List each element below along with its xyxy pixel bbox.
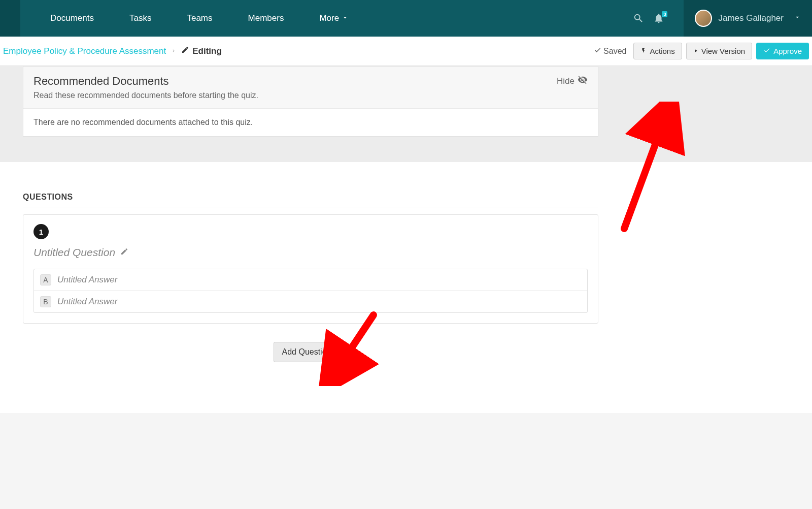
notifications-icon[interactable]: 3 — [653, 13, 664, 24]
recommended-panel-body: There are no recommended documents attac… — [23, 109, 598, 136]
chevron-down-icon — [794, 14, 801, 23]
nav-tasks[interactable]: Tasks — [112, 13, 169, 23]
check-icon — [763, 47, 770, 55]
answer-letter-badge: B — [40, 296, 51, 307]
topbar-right: 3 James Gallagher — [633, 0, 812, 37]
caret-down-icon — [334, 347, 339, 357]
view-version-button[interactable]: View Version — [686, 43, 752, 59]
question-card: 1 Untitled Question A Untitled Answer B … — [23, 214, 598, 324]
answer-row[interactable]: A Untitled Answer — [34, 269, 587, 291]
nav-items: Documents Tasks Teams Members More — [32, 13, 366, 23]
logo-block[interactable] — [0, 0, 20, 37]
answer-text: Untitled Answer — [57, 275, 117, 285]
subbar-actions: Saved Actions View Version Approve — [594, 43, 809, 59]
content-area: Recommended Documents Read these recomme… — [0, 66, 812, 413]
actions-label: Actions — [650, 47, 674, 55]
answer-row[interactable]: B Untitled Answer — [34, 291, 587, 312]
saved-text: Saved — [603, 47, 626, 56]
add-question-label: Add Question — [282, 347, 331, 357]
nav-members[interactable]: Members — [230, 13, 302, 23]
add-question-button[interactable]: Add Question — [274, 342, 348, 362]
recommended-empty-text: There are no recommended documents attac… — [33, 118, 253, 126]
questions-wrap: QUESTIONS 1 Untitled Question A Untitled… — [23, 193, 598, 362]
recommended-section: Recommended Documents Read these recomme… — [0, 66, 812, 162]
nav-documents[interactable]: Documents — [32, 13, 112, 23]
check-icon — [594, 46, 601, 56]
hide-label: Hide — [557, 76, 574, 86]
search-icon[interactable] — [633, 13, 644, 24]
nav-more-label: More — [319, 13, 339, 23]
answer-letter-badge: A — [40, 274, 51, 285]
lightning-icon — [640, 47, 647, 55]
hide-button[interactable]: Hide — [557, 75, 588, 87]
notification-badge: 3 — [662, 11, 667, 17]
actions-button[interactable]: Actions — [633, 43, 682, 59]
top-navigation-bar: Documents Tasks Teams Members More 3 Jam… — [0, 0, 812, 37]
breadcrumb-separator-icon — [171, 47, 176, 55]
recommended-panel-header: Recommended Documents Read these recomme… — [23, 66, 598, 109]
nav-teams[interactable]: Teams — [169, 13, 230, 23]
pencil-icon — [120, 247, 128, 258]
chevron-down-icon — [342, 13, 348, 23]
user-menu[interactable]: James Gallagher — [684, 0, 812, 37]
recommended-title: Recommended Documents — [33, 75, 258, 88]
add-question-wrap: Add Question — [23, 342, 598, 362]
questions-section: QUESTIONS 1 Untitled Question A Untitled… — [0, 162, 812, 413]
breadcrumb-link[interactable]: Employee Policy & Procedure Assessment — [3, 46, 166, 56]
nav-more[interactable]: More — [301, 13, 366, 23]
pencil-icon — [181, 46, 189, 56]
recommended-subtitle: Read these recommended documents before … — [33, 91, 258, 100]
editing-status: Editing — [181, 46, 222, 56]
sub-navigation-bar: Employee Policy & Procedure Assessment E… — [0, 37, 812, 66]
view-version-label: View Version — [701, 47, 745, 55]
play-icon — [693, 47, 698, 55]
question-title: Untitled Question — [33, 246, 115, 259]
user-name: James Gallagher — [718, 13, 784, 23]
eye-off-icon — [578, 75, 588, 87]
avatar — [695, 10, 712, 27]
recommended-panel: Recommended Documents Read these recomme… — [23, 66, 598, 137]
approve-button[interactable]: Approve — [756, 43, 809, 59]
saved-indicator: Saved — [594, 46, 626, 56]
answer-text: Untitled Answer — [57, 297, 117, 307]
editing-label-text: Editing — [192, 46, 222, 56]
recommended-header-text: Recommended Documents Read these recomme… — [33, 75, 258, 100]
questions-heading: QUESTIONS — [23, 193, 598, 207]
question-number-badge: 1 — [33, 224, 49, 239]
answer-list: A Untitled Answer B Untitled Answer — [33, 269, 588, 313]
approve-label: Approve — [773, 47, 802, 55]
question-title-row[interactable]: Untitled Question — [33, 246, 588, 259]
